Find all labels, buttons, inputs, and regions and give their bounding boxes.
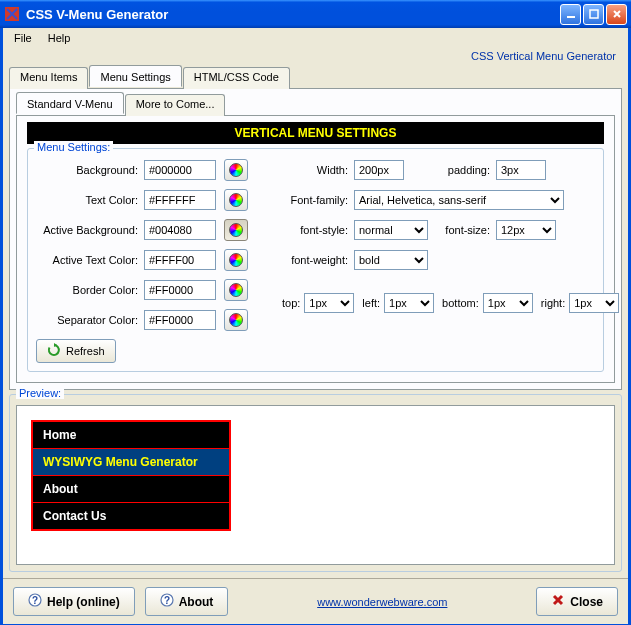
colorpicker-background[interactable] <box>224 159 248 181</box>
label-padding: padding: <box>404 164 496 176</box>
vmenu-item[interactable]: Contact Us <box>33 503 229 529</box>
vmenu-item[interactable]: About <box>33 476 229 503</box>
label-font-style: font-style: <box>282 224 354 236</box>
menu-settings-group: Menu Settings: Background: Text Color: <box>27 148 604 372</box>
tab-standard-vmenu[interactable]: Standard V-Menu <box>16 92 124 114</box>
svg-text:?: ? <box>32 595 38 606</box>
close-window-button[interactable] <box>606 4 627 25</box>
select-font-size[interactable]: 12px <box>496 220 556 240</box>
help-online-button[interactable]: ? Help (online) <box>13 587 135 616</box>
colorpicker-active-text[interactable] <box>224 249 248 271</box>
help-icon: ? <box>160 593 174 610</box>
svg-rect-1 <box>567 16 575 18</box>
sub-tabs: Standard V-Menu More to Come... <box>16 94 615 116</box>
label-text-color: Text Color: <box>36 194 144 206</box>
input-padding[interactable] <box>496 160 546 180</box>
color-wheel-icon <box>229 223 243 237</box>
preview-area: Home WYSIWYG Menu Generator About Contac… <box>16 405 615 565</box>
color-wheel-icon <box>229 313 243 327</box>
label-font-weight: font-weight: <box>282 254 354 266</box>
close-button[interactable]: Close <box>536 587 618 616</box>
help-icon: ? <box>28 593 42 610</box>
input-text-color[interactable] <box>144 190 216 210</box>
website-link[interactable]: www.wonderwebware.com <box>317 596 447 608</box>
colorpicker-sep-color[interactable] <box>224 309 248 331</box>
label-active-bg: Active Background: <box>36 224 144 236</box>
color-wheel-icon <box>229 193 243 207</box>
svg-text:?: ? <box>164 595 170 606</box>
minimize-button[interactable] <box>560 4 581 25</box>
vertical-menu-preview: Home WYSIWYG Menu Generator About Contac… <box>31 420 231 531</box>
menu-settings-legend: Menu Settings: <box>34 141 113 153</box>
vmenu-item[interactable]: WYSIWYG Menu Generator <box>33 449 229 476</box>
svg-rect-2 <box>590 10 598 18</box>
about-label: About <box>179 595 214 609</box>
input-background[interactable] <box>144 160 216 180</box>
input-sep-color[interactable] <box>144 310 216 330</box>
colorpicker-active-bg[interactable] <box>224 219 248 241</box>
tab-html-css[interactable]: HTML/CSS Code <box>183 67 290 89</box>
menubar: File Help <box>3 28 628 48</box>
refresh-label: Refresh <box>66 345 105 357</box>
colorpicker-border-color[interactable] <box>224 279 248 301</box>
refresh-button[interactable]: Refresh <box>36 339 116 363</box>
settings-header: VERTICAL MENU SETTINGS <box>27 122 604 144</box>
color-wheel-icon <box>229 163 243 177</box>
input-width[interactable] <box>354 160 404 180</box>
main-tabs: Menu Items Menu Settings HTML/CSS Code <box>9 67 622 89</box>
select-font-family[interactable]: Arial, Helvetica, sans-serif <box>354 190 564 210</box>
label-width: Width: <box>282 164 354 176</box>
tab-more-to-come[interactable]: More to Come... <box>125 94 226 116</box>
help-label: Help (online) <box>47 595 120 609</box>
color-wheel-icon <box>229 283 243 297</box>
about-button[interactable]: ? About <box>145 587 229 616</box>
label-font-size: font-size: <box>428 224 496 236</box>
input-active-bg[interactable] <box>144 220 216 240</box>
label-sep-color: Separator Color: <box>36 314 144 326</box>
colorpicker-text-color[interactable] <box>224 189 248 211</box>
close-icon <box>551 593 565 610</box>
color-wheel-icon <box>229 253 243 267</box>
menu-file[interactable]: File <box>7 30 39 46</box>
subtitle: CSS Vertical Menu Generator <box>3 48 628 66</box>
close-label: Close <box>570 595 603 609</box>
select-border-top[interactable]: 1px <box>304 293 354 313</box>
label-top: top: <box>282 297 300 309</box>
titlebar: CSS V-Menu Generator <box>0 0 631 28</box>
tab-menu-settings[interactable]: Menu Settings <box>89 65 181 87</box>
label-bottom: bottom: <box>442 297 479 309</box>
label-active-text: Active Text Color: <box>36 254 144 266</box>
bottom-bar: ? Help (online) ? About www.wonderwebwar… <box>3 578 628 624</box>
select-font-weight[interactable]: bold <box>354 250 428 270</box>
preview-group: Preview: Home WYSIWYG Menu Generator Abo… <box>9 394 622 572</box>
tab-menu-items[interactable]: Menu Items <box>9 67 88 89</box>
label-left: left: <box>362 297 380 309</box>
select-font-style[interactable]: normal <box>354 220 428 240</box>
preview-legend: Preview: <box>16 387 64 399</box>
select-border-left[interactable]: 1px <box>384 293 434 313</box>
input-border-color[interactable] <box>144 280 216 300</box>
label-border-color: Border Color: <box>36 284 144 296</box>
select-border-right[interactable]: 1px <box>569 293 619 313</box>
maximize-button[interactable] <box>583 4 604 25</box>
input-active-text[interactable] <box>144 250 216 270</box>
window-title: CSS V-Menu Generator <box>26 7 560 22</box>
label-background: Background: <box>36 164 144 176</box>
refresh-icon <box>47 343 61 359</box>
label-font-family: Font-family: <box>282 194 354 206</box>
select-border-bottom[interactable]: 1px <box>483 293 533 313</box>
vmenu-item[interactable]: Home <box>33 422 229 449</box>
label-right: right: <box>541 297 565 309</box>
menu-help[interactable]: Help <box>41 30 78 46</box>
app-icon <box>4 6 20 22</box>
